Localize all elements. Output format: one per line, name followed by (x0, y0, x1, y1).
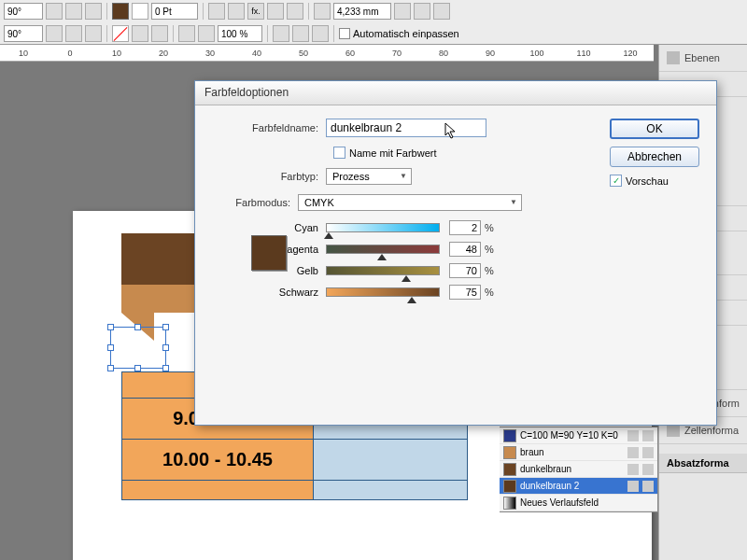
selection-frame[interactable] (110, 327, 166, 369)
swatch-row[interactable]: dunkelbraun (500, 461, 657, 478)
yellow-input[interactable] (449, 263, 481, 278)
wrap-icon[interactable] (287, 3, 303, 20)
tool-icon-f[interactable] (178, 25, 195, 42)
sched-row-2: 10.00 - 10.45 (122, 440, 314, 481)
align-left-icon[interactable] (208, 3, 225, 20)
tool-icon-c[interactable] (85, 25, 102, 42)
tool-icon-d[interactable] (132, 25, 148, 42)
tool-icon-e[interactable] (151, 25, 168, 42)
tool-icon-h[interactable] (273, 25, 289, 42)
angle-input-2[interactable]: 90° (4, 25, 43, 42)
flip-h-icon[interactable] (46, 3, 63, 20)
autofit-label: Automatisch einpassen (353, 28, 459, 39)
frame-icon-3[interactable] (414, 3, 430, 20)
no-fill-icon[interactable] (112, 25, 129, 42)
layers-icon (667, 51, 680, 64)
name-with-value-checkbox[interactable] (333, 147, 345, 159)
preview-label: Vorschau (626, 175, 669, 187)
para-icon[interactable] (267, 3, 284, 20)
preview-swatch (251, 235, 287, 271)
cell-format-icon (667, 424, 680, 437)
panel-tab-ebenen[interactable]: Ebenen (659, 45, 747, 72)
stroke-swatch[interactable] (132, 3, 148, 20)
black-slider[interactable] (326, 287, 440, 297)
magenta-slider[interactable] (326, 245, 440, 254)
frame-dim-input[interactable]: 4,233 mm (333, 3, 391, 20)
cyan-slider[interactable] (326, 223, 440, 232)
tool-icon-g[interactable] (198, 25, 215, 42)
field-name-label: Farbfeldname: (212, 122, 326, 133)
tool-icon-j[interactable] (312, 25, 329, 42)
swatch-mode-icon (642, 430, 654, 441)
main-toolbar: 90° 0 Pt fx. 4,233 mm 90° 100 % (0, 0, 747, 45)
fx-icon[interactable]: fx. (247, 3, 264, 20)
cancel-button[interactable]: Abbrechen (610, 147, 699, 167)
frame-icon-4[interactable] (433, 3, 450, 20)
horizontal-ruler: 10 0 10 20 30 40 50 60 70 80 90 100 110 … (0, 45, 654, 62)
fill-swatch[interactable] (112, 3, 129, 20)
align-center-icon[interactable] (228, 3, 245, 20)
frame-icon-2[interactable] (394, 3, 411, 20)
frame-icon-1[interactable] (314, 3, 331, 20)
cyan-label: Cyan (212, 222, 326, 233)
preview-checkbox[interactable]: ✓ (610, 175, 622, 187)
flip-v-icon[interactable] (65, 3, 82, 20)
colormode-label: Farbmodus: (212, 197, 298, 208)
black-label: Schwarz (212, 287, 326, 298)
swatches-panel: C=100 M=90 Y=10 K=0 braun dunkelbraun du… (500, 427, 658, 512)
swatch-row-selected[interactable]: dunkelbraun 2 (500, 478, 657, 495)
tool-icon-i[interactable] (292, 25, 309, 42)
name-with-value-label: Name mit Farbwert (349, 147, 437, 159)
dialog-title: Farbfeldoptionen (195, 81, 716, 105)
magenta-input[interactable] (449, 242, 481, 257)
zoom-input[interactable]: 100 % (218, 25, 262, 42)
colortype-label: Farbtyp: (212, 171, 326, 182)
tool-icon-b[interactable] (65, 25, 82, 42)
angle-input-1[interactable]: 90° (4, 3, 43, 20)
colortype-select[interactable]: Prozess (326, 168, 412, 185)
cyan-input[interactable] (449, 220, 481, 235)
tool-icon-a[interactable] (46, 25, 63, 42)
black-input[interactable] (449, 285, 481, 300)
anchor-icon[interactable] (85, 3, 102, 20)
field-name-input[interactable] (326, 119, 486, 137)
swatch-row[interactable]: C=100 M=90 Y=10 K=0 (500, 427, 657, 444)
colormode-select[interactable]: CMYK (298, 194, 522, 211)
ok-button[interactable]: OK (610, 119, 699, 139)
swatch-type-icon (627, 430, 639, 441)
sched-row-3 (122, 481, 314, 500)
swatch-row[interactable]: braun (500, 444, 657, 461)
stroke-weight-input[interactable]: 0 Pt (151, 3, 198, 20)
yellow-slider[interactable] (326, 266, 440, 275)
autofit-checkbox[interactable] (339, 28, 350, 39)
swatch-row[interactable]: Neues Verlaufsfeld (500, 495, 657, 511)
panel-section-absatz[interactable]: Absatzforma (659, 454, 747, 473)
color-swatch-options-dialog: Farbfeldoptionen Farbfeldname: Name mit … (194, 80, 717, 426)
